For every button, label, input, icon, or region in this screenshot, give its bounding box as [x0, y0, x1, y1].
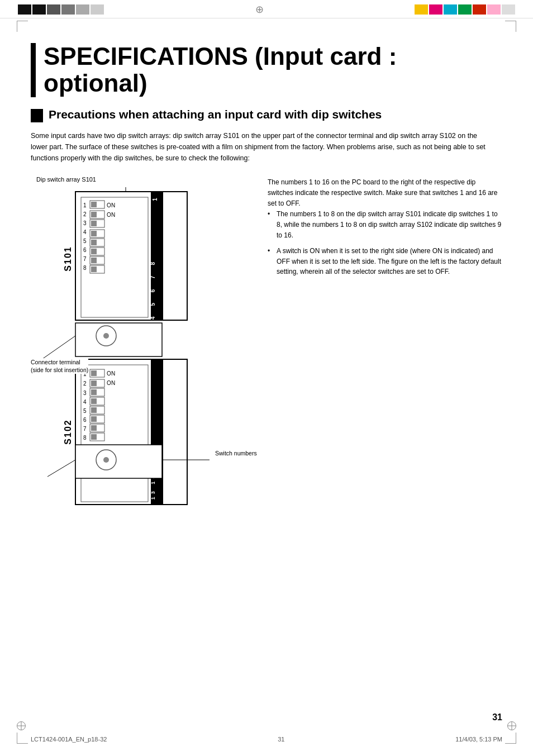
s101-label: Dip switch array S101 — [36, 176, 96, 183]
block-ltgray — [502, 4, 515, 15]
svg-text:S102: S102 — [63, 419, 73, 444]
svg-rect-62 — [91, 407, 97, 413]
block-4 — [61, 4, 75, 15]
header-right-blocks — [415, 4, 515, 15]
svg-rect-21 — [91, 231, 97, 236]
page-number: 31 — [492, 712, 502, 722]
svg-rect-64 — [91, 416, 97, 422]
svg-rect-58 — [91, 389, 97, 395]
svg-rect-54 — [91, 381, 97, 386]
svg-text:5: 5 — [83, 408, 87, 414]
svg-text:O: O — [107, 212, 111, 218]
block-yellow — [415, 4, 428, 15]
block-cyan — [444, 4, 457, 15]
svg-text:4: 4 — [83, 399, 87, 405]
bullet-item-1: The numbers 1 to 8 on the dip switch arr… — [268, 209, 502, 240]
section-heading: Precautions when attaching an input card… — [49, 107, 382, 121]
svg-text:5: 5 — [83, 238, 87, 244]
block-3 — [47, 4, 60, 15]
svg-text:8: 8 — [83, 265, 87, 271]
header-left-blocks — [18, 4, 104, 15]
corner-bl — [17, 733, 28, 744]
svg-rect-50 — [91, 370, 97, 376]
diagram-container: Dip switch array S101 1 2 3 4 5 6 7 8 — [31, 176, 254, 523]
block-6 — [91, 4, 104, 15]
svg-text:S101: S101 — [63, 246, 73, 271]
svg-point-74 — [103, 457, 109, 463]
svg-rect-11 — [91, 202, 97, 207]
svg-text:2: 2 — [83, 211, 87, 217]
svg-text:N: N — [111, 202, 115, 208]
svg-rect-19 — [91, 221, 97, 226]
block-5 — [76, 4, 89, 15]
intro-text: Some input cards have two dip switch arr… — [31, 130, 489, 164]
bullet-list: The numbers 1 to 8 on the dip switch arr… — [268, 209, 502, 277]
footer-center: 31 — [278, 736, 284, 743]
footer-right: 11/4/03, 5:13 PM — [455, 736, 502, 743]
svg-text:6: 6 — [83, 247, 87, 253]
svg-rect-27 — [91, 258, 97, 263]
svg-text:O: O — [107, 370, 111, 377]
corner-br — [505, 733, 516, 744]
section-heading-block: Precautions when attaching an input card… — [31, 107, 502, 122]
svg-text:N: N — [111, 212, 115, 218]
svg-text:O: O — [107, 202, 111, 208]
svg-text:3: 3 — [83, 220, 87, 226]
footer: LCT1424-001A_EN_p18-32 31 11/4/03, 5:13 … — [31, 736, 502, 743]
switch-numbers-label: Switch numbers — [215, 450, 257, 457]
page-title: SPECIFICATIONS (Input card : optional) — [44, 43, 502, 97]
svg-text:7: 7 — [83, 256, 87, 262]
svg-rect-72 — [75, 445, 162, 478]
svg-line-37 — [42, 336, 75, 359]
svg-rect-23 — [91, 240, 97, 245]
svg-rect-15 — [91, 212, 97, 217]
block-green — [458, 4, 472, 15]
svg-text:1: 1 — [83, 202, 87, 208]
description-col: The numbers 1 to 16 on the PC board to t… — [268, 176, 502, 283]
dip-switch-diagram: 1 2 3 4 5 6 7 8 O N O N — [31, 186, 249, 521]
svg-line-77 — [47, 460, 75, 477]
bullet-item-2: A switch is ON when it is set to the rig… — [268, 246, 502, 277]
svg-rect-60 — [91, 398, 97, 404]
header-reg-mark: ⊕ — [255, 3, 264, 16]
block-2 — [32, 4, 46, 15]
corner-tl — [17, 21, 28, 32]
footer-left: LCT1424-001A_EN_p18-32 — [31, 736, 107, 743]
section-heading-icon — [31, 109, 43, 122]
page-title-block: SPECIFICATIONS (Input card : optional) — [31, 43, 502, 97]
svg-rect-29 — [91, 267, 97, 272]
svg-text:4: 4 — [83, 229, 87, 235]
description-line1: The numbers 1 to 16 on the PC board to t… — [268, 177, 502, 210]
svg-text:3: 3 — [83, 390, 87, 396]
block-pink — [487, 4, 501, 15]
svg-point-36 — [103, 333, 109, 339]
svg-text:N: N — [111, 380, 115, 386]
block-magenta — [429, 4, 442, 15]
svg-text:2: 2 — [83, 381, 87, 387]
connector-terminal-label: Connector terminal(side for slot inserti… — [31, 358, 88, 374]
svg-rect-34 — [75, 323, 162, 356]
corner-tr — [505, 21, 516, 32]
block-1 — [18, 4, 31, 15]
svg-text:1: 1 — [152, 198, 158, 201]
svg-text:7: 7 — [83, 426, 87, 432]
svg-text:6: 6 — [83, 417, 87, 423]
svg-text:8: 8 — [83, 435, 87, 441]
svg-text:N: N — [111, 370, 115, 377]
svg-rect-25 — [91, 249, 97, 254]
svg-text:O: O — [107, 380, 111, 386]
block-red — [473, 4, 486, 15]
svg-rect-68 — [91, 434, 97, 440]
svg-rect-66 — [91, 425, 97, 431]
